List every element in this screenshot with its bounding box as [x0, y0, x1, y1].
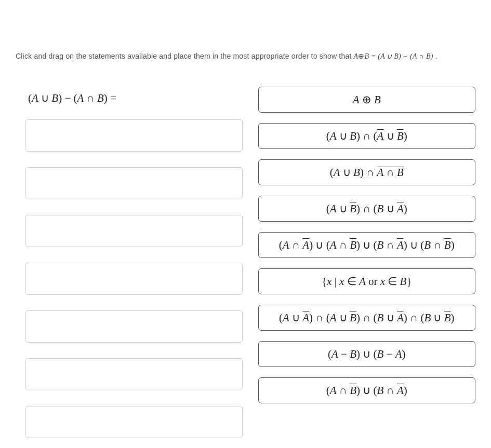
drop-slot[interactable]: [25, 406, 243, 438]
card-expression: (A ∪ A) ∩ (A ∪ B) ∩ (B ∪ A) ∩ (B ∪ B): [279, 311, 455, 324]
card-expression: (A ∪ B) ∩ A ∩ B: [330, 166, 404, 179]
draggable-card[interactable]: (A ∩ B) ∪ (B ∩ A): [258, 377, 476, 403]
draggable-card[interactable]: (A ∪ B) ∩ (A ∪ B): [258, 123, 476, 149]
drop-slot[interactable]: [25, 263, 243, 295]
draggable-card[interactable]: (A ∪ B) ∩ A ∩ B: [258, 159, 476, 185]
exercise-columns: (A ∪ B) − (A ∩ B) = A ⊕ B(A ∪ B) ∩ (A ∪ …: [16, 87, 475, 438]
draggable-card[interactable]: (A ∪ A) ∩ (A ∪ B) ∩ (B ∪ A) ∩ (B ∪ B): [258, 305, 476, 331]
draggable-card-list: A ⊕ B(A ∪ B) ∩ (A ∪ B)(A ∪ B) ∩ A ∩ B(A …: [258, 87, 476, 403]
drop-slot[interactable]: [25, 358, 243, 390]
card-expression: (A ∪ B) ∩ (B ∪ A): [326, 202, 407, 215]
draggable-card[interactable]: A ⊕ B: [258, 87, 476, 113]
drop-slot[interactable]: [25, 167, 243, 199]
drop-slot[interactable]: [25, 215, 243, 247]
card-expression: (A − B) ∪ (B − A): [328, 348, 406, 361]
instruction-pre: Click and drag on the statements availab…: [16, 52, 354, 60]
draggable-card[interactable]: {x | x ∈ A or x ∈ B}: [258, 268, 476, 294]
exercise-page: Click and drag on the statements availab…: [0, 0, 491, 448]
card-expression: A ⊕ B: [353, 93, 381, 106]
draggable-card[interactable]: (A ∩ A) ∪ (A ∩ B) ∪ (B ∩ A) ∪ (B ∩ B): [258, 232, 476, 258]
card-expression: {x | x ∈ A or x ∈ B}: [322, 275, 412, 288]
instruction-text: Click and drag on the statements availab…: [16, 52, 475, 61]
instruction-post: .: [435, 52, 437, 60]
lhs-expression: (A ∪ B) − (A ∩ B) =: [25, 87, 243, 119]
draggable-card[interactable]: (A ∪ B) ∩ (B ∪ A): [258, 196, 476, 222]
card-expression: (A ∩ B) ∪ (B ∩ A): [326, 384, 407, 397]
drop-slot[interactable]: [25, 119, 243, 152]
instruction-equation: A⊕B = (A ∪ B) − (A ∩ B): [354, 52, 433, 60]
card-expression: (A ∩ A) ∪ (A ∩ B) ∪ (B ∩ A) ∪ (B ∩ B): [279, 239, 455, 252]
draggable-card[interactable]: (A − B) ∪ (B − A): [258, 341, 476, 367]
drop-slot-list: [25, 119, 243, 438]
card-expression: (A ∪ B) ∩ (A ∪ B): [326, 130, 407, 143]
drop-slot[interactable]: [25, 310, 243, 343]
drop-column: (A ∪ B) − (A ∩ B) =: [25, 87, 243, 438]
